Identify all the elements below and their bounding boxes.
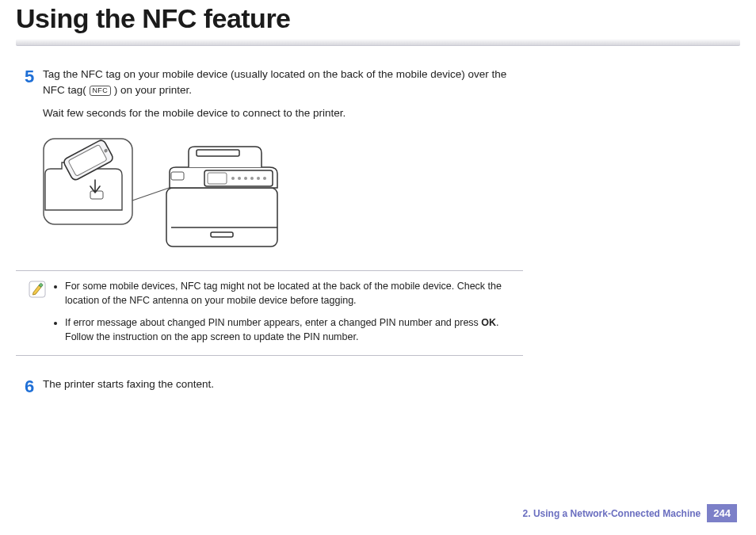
step-number: 6 <box>16 376 43 396</box>
note-b2a: If error message about changed PIN numbe… <box>65 317 481 328</box>
title-rule <box>16 39 740 46</box>
svg-rect-6 <box>166 188 277 246</box>
step6-p1: The printer starts faxing the content. <box>43 376 523 392</box>
document-page: Using the NFC feature 5 Tag the NFC tag … <box>0 3 756 535</box>
step-5: 5 Tag the NFC tag on your mobile device … <box>16 67 523 129</box>
svg-point-10 <box>231 177 235 180</box>
page-footer: 2. Using a Network-Connected Machine 244 <box>523 504 737 522</box>
svg-point-15 <box>263 177 266 180</box>
footer-page-number: 244 <box>707 504 737 522</box>
svg-rect-7 <box>197 150 239 156</box>
step5-p1: Tag the NFC tag on your mobile device (u… <box>43 67 523 97</box>
nfc-tag-icon: NFC <box>90 86 111 96</box>
step-6: 6 The printer starts faxing the content. <box>16 376 523 400</box>
step-body: Tag the NFC tag on your mobile device (u… <box>43 67 523 129</box>
nfc-printer-diagram <box>43 134 288 253</box>
step-number: 5 <box>16 67 43 86</box>
svg-rect-9 <box>208 173 227 184</box>
note-bullet-1: For some mobile devices, NFC tag might n… <box>65 279 517 308</box>
svg-point-12 <box>244 177 247 180</box>
note-ok: OK <box>481 317 496 328</box>
note-box: For some mobile devices, NFC tag might n… <box>16 270 523 357</box>
step5-illustration <box>43 134 523 256</box>
step5-p1a: Tag the NFC tag on your mobile device (u… <box>43 68 506 96</box>
svg-point-13 <box>250 177 254 180</box>
step5-p1b: ) on your printer. <box>114 84 192 96</box>
svg-point-14 <box>257 177 260 180</box>
svg-rect-17 <box>211 232 233 237</box>
step-body: The printer starts faxing the content. <box>43 376 523 400</box>
note-list: For some mobile devices, NFC tag might n… <box>52 279 517 345</box>
content-column: 5 Tag the NFC tag on your mobile device … <box>16 67 523 400</box>
svg-rect-18 <box>171 172 184 180</box>
footer-chapter: 2. Using a Network-Connected Machine <box>523 508 701 519</box>
svg-point-11 <box>238 177 241 180</box>
note-bullet-2: If error message about changed PIN numbe… <box>65 315 517 344</box>
step5-p2: Wait few seconds for the mobile device t… <box>43 105 523 121</box>
note-icon-column <box>22 279 52 345</box>
page-title: Using the NFC feature <box>16 3 740 34</box>
note-pencil-icon <box>29 281 46 298</box>
